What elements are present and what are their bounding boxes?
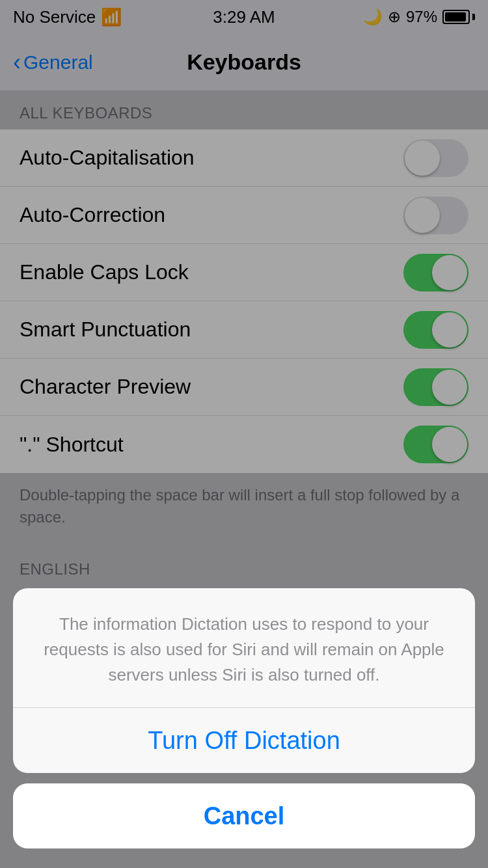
- action-sheet-message: The information Dictation uses to respon…: [13, 588, 475, 708]
- cancel-sheet: Cancel: [13, 783, 475, 848]
- cancel-button[interactable]: Cancel: [13, 783, 475, 848]
- turn-off-dictation-label: Turn Off Dictation: [148, 727, 340, 755]
- turn-off-dictation-button[interactable]: Turn Off Dictation: [13, 708, 475, 773]
- action-sheet: The information Dictation uses to respon…: [0, 588, 488, 868]
- cancel-label: Cancel: [204, 802, 285, 830]
- action-sheet-main: The information Dictation uses to respon…: [13, 588, 475, 773]
